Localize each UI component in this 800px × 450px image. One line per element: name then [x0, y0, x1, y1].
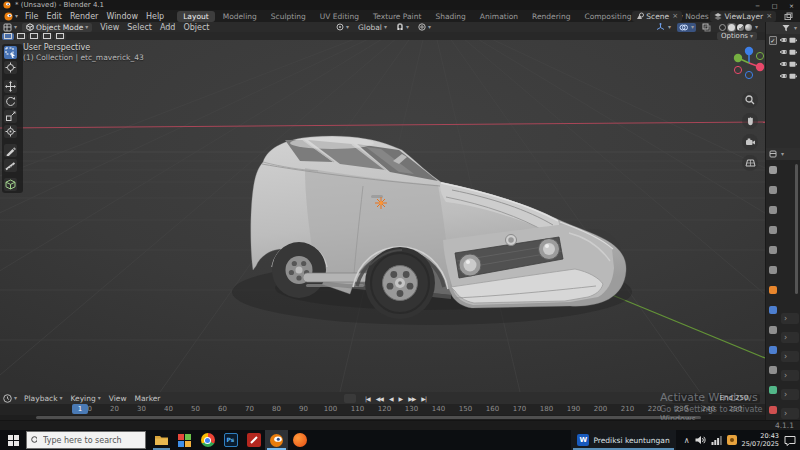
camera-visibility-icon[interactable]: [789, 36, 797, 44]
output-tab[interactable]: [767, 200, 780, 220]
menu-keying[interactable]: Keying▾: [67, 394, 105, 403]
camera-view-button[interactable]: [742, 134, 758, 150]
prev-keyframe-button[interactable]: ◀◀: [373, 395, 386, 402]
menu-render[interactable]: Render: [66, 12, 102, 21]
outliner-row[interactable]: [766, 46, 800, 58]
auto-keying-button[interactable]: [344, 394, 356, 403]
camera-visibility-icon[interactable]: [789, 48, 797, 56]
gizmo-neg-y-axis[interactable]: [756, 52, 763, 59]
collapsed-panel-expand[interactable]: ›: [781, 408, 799, 419]
close-button[interactable]: ×: [783, 0, 800, 10]
eye-icon[interactable]: [779, 48, 787, 56]
editor-type-button[interactable]: ▾: [0, 23, 20, 32]
select-mode-subtract-button[interactable]: [28, 33, 40, 40]
menu-select[interactable]: Select: [123, 23, 156, 32]
taskbar-clock[interactable]: 20:43 25/07/2025: [742, 432, 779, 449]
gizmo-z-axis[interactable]: [745, 47, 753, 55]
end-frame-field[interactable]: End 250: [708, 394, 760, 403]
search-input[interactable]: [41, 435, 145, 446]
tray-app-icon[interactable]: [727, 435, 737, 445]
outliner-row[interactable]: ✓: [766, 34, 800, 46]
play-button[interactable]: ▶: [396, 395, 406, 402]
menu-view[interactable]: View: [96, 23, 123, 32]
show-overlays-button[interactable]: ▾: [677, 23, 696, 32]
options-dropdown[interactable]: Options ▾: [717, 32, 757, 40]
next-keyframe-button[interactable]: ▶▶: [405, 395, 418, 402]
tool-add-cube[interactable]: [4, 178, 17, 191]
network-icon[interactable]: [711, 435, 722, 445]
world-tab[interactable]: [767, 260, 780, 280]
pan-button[interactable]: [742, 113, 758, 129]
current-frame-field[interactable]: [672, 394, 702, 403]
gizmo-neg-z-axis[interactable]: [745, 71, 752, 78]
tool-measure[interactable]: [4, 159, 17, 172]
render-tab[interactable]: [767, 180, 780, 200]
jump-to-end-button[interactable]: ▶|: [418, 395, 429, 402]
topbar-extra-icon[interactable]: [781, 12, 796, 21]
tool-scale[interactable]: [4, 110, 17, 123]
collection-checkbox[interactable]: ✓: [769, 36, 777, 45]
taskbar-file-explorer[interactable]: [150, 430, 173, 450]
scene-tab[interactable]: [767, 240, 780, 260]
collapsed-panel-expand[interactable]: ›: [781, 351, 799, 362]
maximize-button[interactable]: □: [766, 0, 783, 10]
menu-object[interactable]: Object: [179, 23, 213, 32]
tool-transform[interactable]: [4, 125, 17, 138]
filter-icon[interactable]: [782, 24, 790, 32]
3d-viewport-canvas[interactable]: [0, 40, 765, 392]
outliner-row[interactable]: [766, 70, 800, 82]
blender-menu-button[interactable]: ▾: [0, 12, 21, 21]
workspace-tab[interactable]: Animation: [474, 11, 524, 22]
tool-move[interactable]: [4, 80, 17, 93]
unlink-scene-button[interactable]: ×: [672, 12, 678, 20]
xray-toggle-button[interactable]: [700, 23, 713, 32]
workspace-tab[interactable]: Modeling: [217, 11, 263, 22]
camera-visibility-icon[interactable]: [789, 60, 797, 68]
tray-chevron-icon[interactable]: ∧: [684, 436, 690, 445]
current-frame-marker[interactable]: 1: [72, 404, 88, 414]
collapsed-panel-expand[interactable]: ›: [781, 332, 799, 343]
tool-tab[interactable]: [767, 160, 780, 180]
tool-annotate[interactable]: [4, 144, 17, 157]
remove-view-layer-button[interactable]: ×: [766, 12, 772, 20]
tool-cursor[interactable]: [4, 61, 17, 74]
workspace-tab[interactable]: UV Editing: [314, 11, 365, 22]
menu-help[interactable]: Help: [142, 12, 168, 21]
speaker-icon[interactable]: [695, 435, 706, 445]
menu-timeline-view[interactable]: View: [105, 394, 131, 403]
workspace-tab[interactable]: Compositing: [578, 11, 637, 22]
properties-editor-icon[interactable]: [769, 150, 777, 158]
workspace-tab[interactable]: Texture Paint: [367, 11, 427, 22]
show-gizmo-button[interactable]: ▾: [654, 23, 673, 32]
outliner-caret[interactable]: ▾: [794, 25, 797, 31]
menu-edit[interactable]: Edit: [42, 12, 66, 21]
proportional-editing-button[interactable]: ▾: [415, 23, 434, 31]
workspace-tab[interactable]: Layout: [177, 11, 215, 22]
rendered-shading-button[interactable]: [745, 24, 752, 31]
gizmo-neg-x-axis[interactable]: [734, 66, 741, 73]
taskbar-photoshop[interactable]: Ps: [219, 430, 242, 450]
solid-shading-button[interactable]: [727, 23, 736, 32]
wireframe-shading-button[interactable]: [719, 24, 726, 31]
camera-visibility-icon[interactable]: [789, 72, 797, 80]
menu-marker[interactable]: Marker: [131, 394, 165, 403]
taskbar-red-app[interactable]: [242, 430, 265, 450]
taskbar-app-grid[interactable]: [173, 430, 196, 450]
toggle-perspective-button[interactable]: [742, 155, 758, 171]
gizmo-x-axis[interactable]: [756, 63, 764, 71]
timeline-ruler[interactable]: 1020304050607080901001101201301401501601…: [0, 404, 765, 415]
workspace-tab[interactable]: Sculpting: [265, 11, 312, 22]
menu-window[interactable]: Window: [102, 12, 142, 21]
outliner-row[interactable]: [766, 58, 800, 70]
object-tab[interactable]: [767, 280, 780, 300]
workspace-tab[interactable]: Shading: [429, 11, 471, 22]
properties-scrollbar[interactable]: [795, 164, 798, 294]
eye-icon[interactable]: [779, 60, 787, 68]
taskbar-document-button[interactable]: W Prediksi keuntungan: [571, 430, 675, 450]
scrollbar-thumb[interactable]: [36, 416, 701, 419]
select-mode-invert-button[interactable]: [41, 33, 53, 40]
3d-viewport[interactable]: User Perspective (1) Collection | etc_ma…: [0, 40, 765, 392]
collapsed-panel-expand[interactable]: ›: [781, 313, 799, 324]
taskbar-search[interactable]: [26, 431, 146, 449]
prev-frame-button[interactable]: ◀: [386, 395, 396, 402]
